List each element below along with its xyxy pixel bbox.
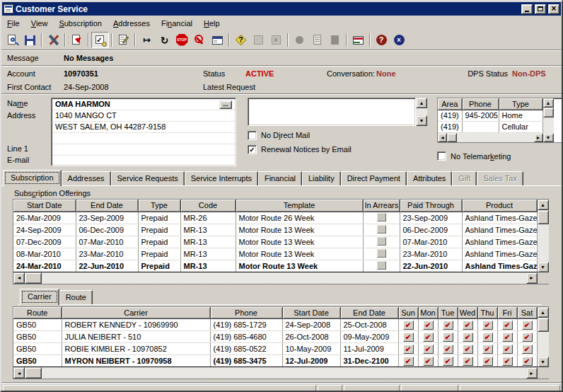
column-header-sun[interactable]: Sun <box>398 307 418 319</box>
scroll-track[interactable] <box>538 224 549 262</box>
verify-button[interactable]: ✓ <box>91 32 109 48</box>
scroll-up-button[interactable]: ▲ <box>543 98 554 108</box>
day-check[interactable]: ✔ <box>522 357 533 366</box>
scroll-track[interactable] <box>543 117 554 133</box>
scroll-thumb[interactable] <box>538 210 549 224</box>
day-check[interactable]: ✔ <box>423 333 434 342</box>
tools-button[interactable] <box>45 32 62 48</box>
scroll-up-button[interactable]: ▲ <box>538 307 549 318</box>
tab-carrier[interactable]: Carrier <box>20 289 59 305</box>
lookup-button[interactable] <box>4 32 21 48</box>
column-header-start-date[interactable]: Start Date <box>282 307 340 319</box>
help-diamond-button[interactable]: ? <box>232 32 250 48</box>
scroll-left-button[interactable]: ◄ <box>13 272 25 284</box>
properties-button[interactable] <box>115 32 132 48</box>
tab-service-interrupts[interactable]: Service Interrupts <box>185 171 258 185</box>
maximize-button[interactable] <box>535 4 546 14</box>
scroll-track[interactable] <box>42 272 526 284</box>
day-check[interactable]: ✔ <box>482 321 493 330</box>
scroll-track[interactable] <box>457 133 534 142</box>
column-header-paid-through[interactable]: Paid Through <box>400 200 462 212</box>
column-header-fri[interactable]: Fri <box>497 307 517 319</box>
offering-row[interactable]: 24-Sep-200906-Dec-2009PrepaidMR-13Motor … <box>13 224 537 236</box>
tab-financial[interactable]: Financial <box>258 171 302 185</box>
day-check[interactable]: ✔ <box>502 333 513 342</box>
column-header-type[interactable]: Type <box>138 200 180 212</box>
day-check[interactable]: ✔ <box>403 345 414 354</box>
exit-button[interactable]: × <box>390 32 408 48</box>
scroll-thumb[interactable] <box>447 133 457 142</box>
scroll-track[interactable] <box>538 332 549 357</box>
carrier-row[interactable]: GB50ROBIE KIMBLER - 10970852(419) 685-05… <box>13 343 537 355</box>
address-line-1[interactable]: 1040 MANGO CT <box>52 110 235 122</box>
carrier-row[interactable]: GB50MYRON NEIBERT - 10970958(419) 685-34… <box>13 355 537 367</box>
scroll-right-button[interactable]: ► <box>526 367 538 379</box>
column-header-end-date[interactable]: End Date <box>340 307 398 319</box>
tab-attributes[interactable]: Attributes <box>407 171 452 185</box>
cancel-button[interactable] <box>191 32 209 48</box>
column-header-sat[interactable]: Sat <box>517 307 537 319</box>
save-button[interactable] <box>21 32 39 48</box>
day-check[interactable]: ✔ <box>463 321 473 330</box>
column-header-start-date[interactable]: Start Date <box>13 200 76 212</box>
no-direct-mail-checkbox[interactable]: No Direct Mail <box>248 130 427 140</box>
address-line-2[interactable]: WEST SALEM, OH 44287-9158 <box>52 122 235 133</box>
transaction-button[interactable] <box>68 32 86 48</box>
day-check[interactable]: ✔ <box>463 345 473 354</box>
scroll-right-button[interactable]: ► <box>534 133 543 142</box>
day-check[interactable]: ✔ <box>423 357 434 366</box>
name-lookup-button[interactable]: ... <box>219 100 232 109</box>
scroll-up-button[interactable]: ▲ <box>538 200 549 210</box>
day-check[interactable]: ✔ <box>522 333 533 342</box>
scroll-thumb[interactable] <box>25 367 42 379</box>
day-check[interactable]: ✔ <box>482 333 493 342</box>
menu-view[interactable]: View <box>25 17 54 30</box>
tab-service-requests[interactable]: Service Requests <box>111 171 185 185</box>
tab-subscription[interactable]: Subscription <box>3 170 62 186</box>
day-check[interactable]: ✔ <box>463 357 473 366</box>
carrier-row[interactable]: GB50ROBERT KENNEDY - 10969990(419) 685-1… <box>13 319 537 331</box>
day-check[interactable]: ✔ <box>502 321 513 330</box>
menu-addresses[interactable]: Addresses <box>108 17 156 30</box>
day-check[interactable]: ✔ <box>522 321 533 330</box>
tab-addresses[interactable]: Addresses <box>62 171 111 185</box>
column-header-carrier[interactable]: Carrier <box>62 307 210 319</box>
goto-button[interactable]: ↦ <box>138 32 156 48</box>
close-button[interactable] <box>548 4 559 14</box>
column-header-thu[interactable]: Thu <box>477 307 497 319</box>
scroll-up-button[interactable]: ▲ <box>416 98 427 108</box>
day-check[interactable]: ✔ <box>403 321 414 330</box>
notes-scrollbar[interactable]: ▲▼ <box>416 98 427 126</box>
help-button[interactable]: ? <box>373 32 390 48</box>
offering-row[interactable]: 24-Mar-201022-Jun-2010PrepaidMR-13Motor … <box>13 260 537 272</box>
minimize-button[interactable] <box>521 4 533 14</box>
scroll-right-button[interactable]: ► <box>526 272 538 284</box>
phone-row[interactable]: (419)945-2005Home <box>438 110 542 121</box>
column-header-type[interactable]: Type <box>499 98 542 110</box>
column-header-area[interactable]: Area <box>438 98 462 110</box>
day-check[interactable]: ✔ <box>522 345 533 354</box>
name-field[interactable]: OMA HARMON ... <box>52 99 235 110</box>
scroll-down-button[interactable]: ▼ <box>543 133 554 142</box>
scroll-down-button[interactable]: ▼ <box>538 357 549 367</box>
offering-row[interactable]: 08-Mar-201023-Mar-2010PrepaidMR-13Motor … <box>13 248 537 260</box>
name-address-box[interactable]: OMA HARMON ... 1040 MANGO CT WEST SALEM,… <box>51 98 236 166</box>
day-check[interactable]: ✔ <box>423 321 434 330</box>
day-check[interactable]: ✔ <box>443 345 453 354</box>
scroll-down-button[interactable]: ▼ <box>538 262 549 272</box>
address-blank-line[interactable] <box>52 133 235 144</box>
scroll-thumb[interactable] <box>538 318 549 332</box>
day-check[interactable]: ✔ <box>403 333 414 342</box>
scroll-track[interactable] <box>416 108 427 115</box>
day-check[interactable]: ✔ <box>502 357 513 366</box>
column-header-end-date[interactable]: End Date <box>76 200 138 212</box>
no-telemarketing-checkbox[interactable]: No Telemarketing <box>437 151 563 161</box>
day-check[interactable]: ✔ <box>423 345 434 354</box>
column-header-route[interactable]: Route <box>13 307 62 319</box>
phone-row[interactable]: (419)Cellular <box>438 121 542 132</box>
scroll-thumb[interactable] <box>543 108 554 117</box>
day-check[interactable]: ✔ <box>463 333 473 342</box>
column-header-tue[interactable]: Tue <box>438 307 458 319</box>
scroll-left-button[interactable]: ◄ <box>13 367 25 379</box>
column-header-code[interactable]: Code <box>180 200 236 212</box>
